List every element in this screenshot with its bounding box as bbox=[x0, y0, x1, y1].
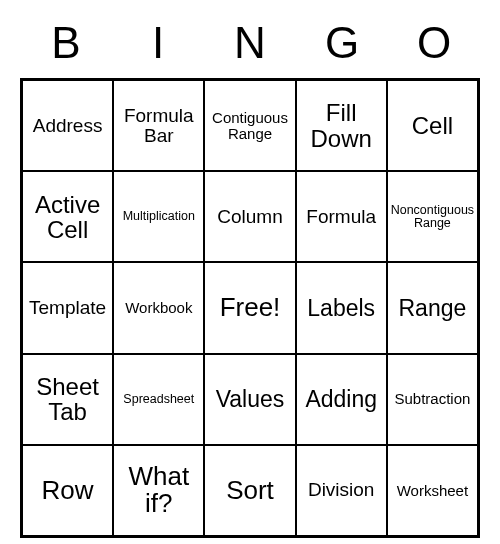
bingo-cell[interactable]: Labels bbox=[296, 262, 387, 353]
bingo-cell[interactable]: Row bbox=[22, 445, 113, 536]
header-letter-o: O bbox=[388, 18, 480, 68]
bingo-cell[interactable]: Spreadsheet bbox=[113, 354, 204, 445]
bingo-cell[interactable]: Noncontiguous Range bbox=[387, 171, 478, 262]
header-letter-g: G bbox=[296, 18, 388, 68]
header-letter-b: B bbox=[20, 18, 112, 68]
bingo-cell[interactable]: Column bbox=[204, 171, 295, 262]
bingo-cell[interactable]: Template bbox=[22, 262, 113, 353]
bingo-cell[interactable]: What if? bbox=[113, 445, 204, 536]
bingo-cell-free[interactable]: Free! bbox=[204, 262, 295, 353]
bingo-cell[interactable]: Worksheet bbox=[387, 445, 478, 536]
bingo-cell[interactable]: Workbook bbox=[113, 262, 204, 353]
bingo-cell[interactable]: Formula Bar bbox=[113, 80, 204, 171]
bingo-cell[interactable]: Cell bbox=[387, 80, 478, 171]
bingo-grid: Address Formula Bar Contiguous Range Fil… bbox=[20, 78, 480, 538]
bingo-cell[interactable]: Values bbox=[204, 354, 295, 445]
header-letter-i: I bbox=[112, 18, 204, 68]
header-letter-n: N bbox=[204, 18, 296, 68]
bingo-cell[interactable]: Division bbox=[296, 445, 387, 536]
bingo-cell[interactable]: Address bbox=[22, 80, 113, 171]
bingo-header: B I N G O bbox=[20, 18, 480, 68]
bingo-cell[interactable]: Range bbox=[387, 262, 478, 353]
bingo-cell[interactable]: Adding bbox=[296, 354, 387, 445]
bingo-cell[interactable]: Sheet Tab bbox=[22, 354, 113, 445]
bingo-cell[interactable]: Formula bbox=[296, 171, 387, 262]
bingo-cell[interactable]: Contiguous Range bbox=[204, 80, 295, 171]
bingo-cell[interactable]: Multiplication bbox=[113, 171, 204, 262]
bingo-cell[interactable]: Active Cell bbox=[22, 171, 113, 262]
bingo-cell[interactable]: Fill Down bbox=[296, 80, 387, 171]
bingo-cell[interactable]: Subtraction bbox=[387, 354, 478, 445]
bingo-cell[interactable]: Sort bbox=[204, 445, 295, 536]
